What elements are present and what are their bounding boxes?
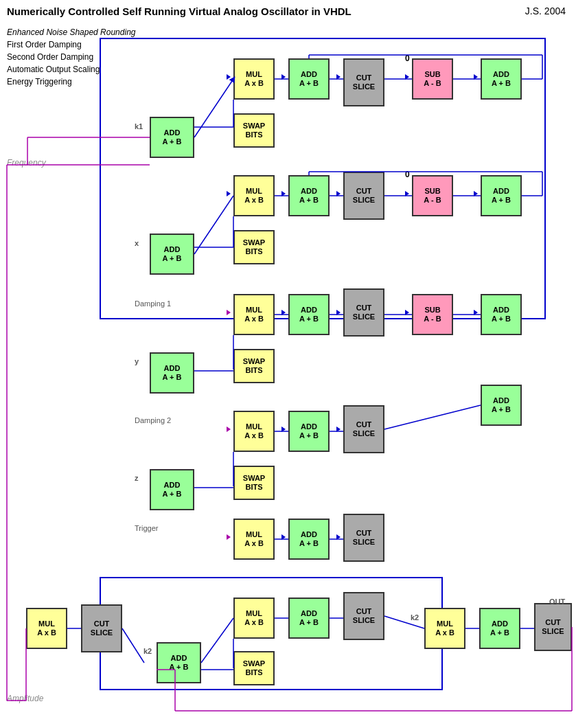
author-label: J.S. 2004 [525,5,566,16]
mul-row5: MULA x B [233,519,275,560]
swap-row3: SWAPBITS [233,349,275,383]
cut-bottom-mid: CUTSLICE [343,592,384,640]
svg-marker-73 [281,534,286,540]
add-row1: ADDA + B [288,58,330,100]
mul-row4: MULA x B [233,411,275,452]
add-x-row2: ADDA + B [150,234,194,275]
svg-marker-72 [336,426,341,432]
cut-row1: CUTSLICE [343,58,384,106]
svg-marker-77 [227,534,231,540]
z-label: z [135,474,139,482]
swap-row1: SWAPBITS [233,113,275,148]
k2-right-label: k2 [411,613,419,622]
amplitude-label: Amplitude [7,694,43,703]
damping2-label: Damping 2 [135,416,171,424]
mul-row3: MULA x B [233,294,275,335]
add-right-row2: ADDA + B [481,175,522,216]
mul-bottom-right: MULA x B [424,608,465,649]
page-title: Numerically Controlled Self Running Virt… [7,5,352,17]
sub-row3: SUBA - B [412,294,453,335]
add-row5: ADDA + B [288,519,330,560]
cut-row5: CUTSLICE [343,514,384,562]
k1-label: k1 [135,122,143,130]
add-right-row1: ADDA + B [481,58,522,100]
cut-row2: CUTSLICE [343,172,384,220]
zero-label-2: 0 [405,170,410,179]
svg-marker-71 [281,426,286,432]
add-bottom-mid: ADDA + B [288,598,330,639]
svg-marker-76 [227,426,231,432]
sub-row1: SUBA - B [412,58,453,100]
frequency-label: Frequency [7,158,46,168]
out-label: OUT [549,598,565,606]
add-y-row3: ADDA + B [150,352,194,394]
add-right2-row4: ADDA + B [481,385,522,426]
svg-line-33 [384,405,481,429]
sub-row2: SUBA - B [412,175,453,216]
x-label: x [135,239,139,247]
swap-row4: SWAPBITS [233,466,275,500]
add-bottom-k2: ADDA + B [157,642,201,683]
cut-bottom-right: CUTSLICE [534,603,572,651]
add-right-row3: ADDA + B [481,294,522,335]
feature-1: Enhanced Noise Shaped Rounding [7,26,135,38]
svg-marker-74 [336,534,341,540]
zero-label-1: 0 [405,54,410,63]
swap-row2: SWAPBITS [233,230,275,264]
cut-bottom-1: CUTSLICE [81,604,122,652]
k2-bottom-label: k2 [143,647,152,655]
y-label: y [135,357,139,365]
cut-row4: CUTSLICE [343,405,384,453]
damping1-label: Damping 1 [135,299,171,308]
mul-bottom-mid: MULA x B [233,598,275,639]
add-k1-row1: ADDA + B [150,117,194,158]
trigger-label: Trigger [135,524,158,532]
add-row3: ADDA + B [288,294,330,335]
swap-bottom: SWAPBITS [233,651,275,685]
add-row2: ADDA + B [288,175,330,216]
add-bottom-right: ADDA + B [479,608,520,649]
cut-row3: CUTSLICE [343,288,384,337]
add-z-row4: ADDA + B [150,469,194,510]
mul-bottom-left: MULA x B [26,608,67,649]
mul-row2: MULA x B [233,175,275,216]
add-row4: ADDA + B [288,411,330,452]
mul-row1: MULA x B [233,58,275,100]
